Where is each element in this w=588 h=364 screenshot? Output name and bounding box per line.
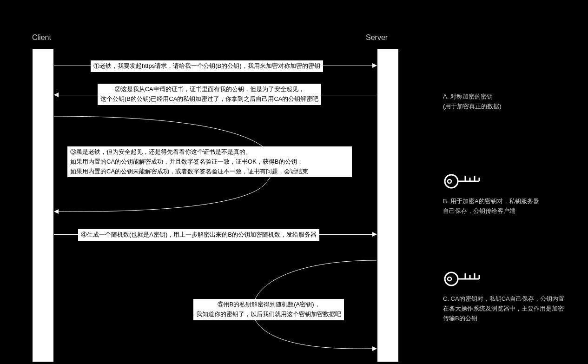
legend-c-line1: C. CA的密钥对，私钥CA自己保存，公钥内置 bbox=[443, 295, 564, 302]
server-label: Server bbox=[366, 33, 388, 42]
svg-point-8 bbox=[448, 277, 451, 281]
legend-b-line2: 自己保存，公钥传给客户端 bbox=[443, 207, 515, 214]
legend-b-line1: B. 用于加密A的密钥对，私钥服务器 bbox=[443, 198, 539, 205]
message-2-line1: ②这是我从CA申请的证书，证书里面有我的公钥，但是为了安全起见， bbox=[115, 86, 304, 93]
arrowhead-5 bbox=[372, 346, 377, 351]
message-3-line3: 如果用内置的CA的公钥未能解密成功，或者数字签名验证不一致，证书有问题，会话结束 bbox=[70, 168, 308, 175]
legend-a-line2: (用于加密真正的数据) bbox=[443, 103, 502, 110]
arrowhead-4 bbox=[372, 232, 377, 237]
client-lifeline bbox=[33, 49, 53, 362]
message-3-line1: ③虽是老铁，但为安全起见，还是得先看看你这个证书是不是真的。 bbox=[70, 148, 251, 155]
arrowhead-2 bbox=[54, 93, 59, 97]
message-2-line2: 这个公钥(B的公钥)已经用CA的私钥加密过了，你拿到之后自己用CA的公钥解密吧 bbox=[100, 95, 318, 102]
legend-a-line1: A. 对称加密的密钥 bbox=[443, 93, 493, 100]
message-1: ①老铁，我要发起https请求，请给我一个公钥(B的公钥)，我用来加密对称加密的… bbox=[91, 60, 323, 72]
arrowhead-1 bbox=[372, 63, 377, 68]
message-3: ③虽是老铁，但为安全起见，还是得先看看你这个证书是不是真的。 如果用内置的CA的… bbox=[67, 146, 352, 177]
message-5: ⑤用B的私钥解密得到随机数(A密钥)， 我知道你的密钥了，以后我们就用这个密钥加… bbox=[193, 299, 344, 320]
message-3-line2: 如果用内置的CA的公钥能解密成功，并且数字签名验证一致，证书OK，获得B的公钥； bbox=[70, 158, 303, 165]
arrowhead-3 bbox=[54, 209, 59, 214]
legend-c: C. CA的密钥对，私钥CA自己保存，公钥内置 在各大操作系统及浏览器中，主要作… bbox=[443, 294, 564, 323]
message-5-line2: 我知道你的密钥了，以后我们就用这个密钥加密数据吧 bbox=[196, 311, 341, 318]
sequence-diagram: Client Server ①老铁，我要发起https请求，请给我一个公钥(B的… bbox=[0, 0, 588, 364]
legend-c-line2: 在各大操作系统及浏览器中，主要作用是加密 bbox=[443, 305, 564, 312]
legend-c-line3: 传输B的公钥 bbox=[443, 315, 477, 322]
message-5-line1: ⑤用B的私钥解密得到随机数(A密钥)， bbox=[218, 301, 320, 308]
message-2: ②这是我从CA申请的证书，证书里面有我的公钥，但是为了安全起见， 这个公钥(B的… bbox=[98, 84, 321, 105]
svg-point-1 bbox=[448, 179, 451, 183]
legend-a: A. 对称加密的密钥 (用于加密真正的数据) bbox=[443, 92, 502, 112]
legend-b: B. 用于加密A的密钥对，私钥服务器 自己保存，公钥传给客户端 bbox=[443, 197, 539, 216]
message-4: ④生成一个随机数(也就是A密钥)，用上一步解密出来的B的公钥加密随机数，发给服务… bbox=[78, 229, 319, 241]
client-label: Client bbox=[32, 33, 51, 42]
